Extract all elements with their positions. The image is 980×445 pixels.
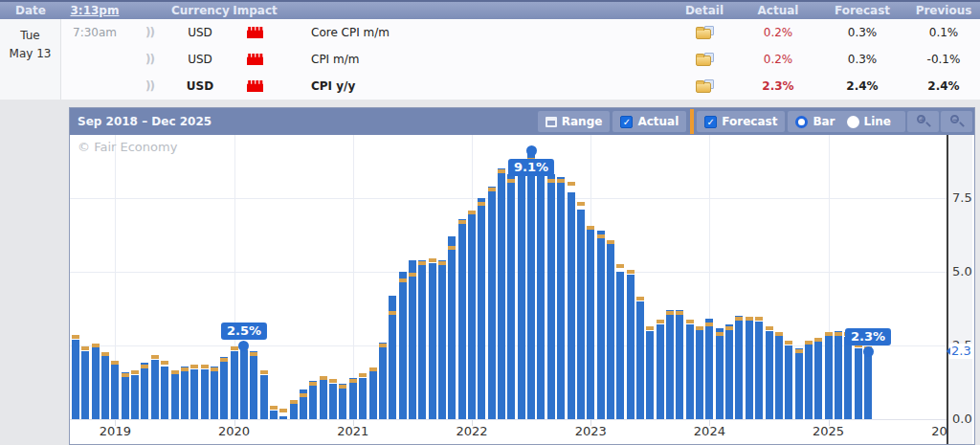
event-currency: USD: [171, 53, 229, 66]
y-axis-tick-label: 5.0: [952, 264, 972, 279]
detail-folder-icon[interactable]: [696, 53, 714, 66]
x-axis-year-label: 2022: [451, 424, 493, 438]
calendar-table: Date 3:13pm Currency Impact Detail Actua…: [0, 0, 980, 100]
column-header-actual: Actual: [739, 4, 817, 17]
annotation-dot: [863, 346, 874, 357]
orange-divider: [690, 109, 694, 134]
chart-expander-icon[interactable]: )): [128, 79, 171, 93]
calendar-icon: [546, 117, 557, 127]
event-title[interactable]: CPI y/y: [281, 79, 670, 93]
line-radio[interactable]: [847, 116, 859, 128]
magnifier-minus-icon: −: [950, 115, 959, 123]
actual-value: 2.3%: [739, 79, 817, 93]
event-title[interactable]: CPI m/m: [281, 53, 670, 66]
table-row-selected[interactable]: )) USD CPI y/y 2.3% 2.4% 2.4%: [61, 73, 980, 100]
x-axis-year-label: 2026: [926, 424, 947, 438]
impact-cell: [229, 54, 281, 65]
detail-cell: [670, 53, 739, 66]
chart-plot-area: © Fair Economy 2.5%9.1%2.3% 201920202021…: [70, 135, 974, 444]
impact-cell: [229, 80, 281, 92]
date-day: May 13: [0, 45, 60, 63]
range-button[interactable]: Range: [538, 111, 611, 132]
detail-folder-icon[interactable]: [696, 79, 714, 93]
y-axis-tick-label: 0.0: [952, 412, 972, 427]
column-header-currency: Currency: [171, 4, 229, 17]
cpi-chart-panel: Sep 2018 – Dec 2025 Range ✓ Actual ✓ For…: [69, 107, 975, 445]
x-axis-year-label: 2023: [569, 424, 612, 438]
column-header-previous: Previous: [907, 4, 980, 17]
high-impact-icon: [247, 80, 263, 92]
column-header-forecast: Forecast: [817, 4, 907, 17]
checkbox-checked-icon: ✓: [704, 116, 717, 128]
x-axis-year-label: 2019: [94, 424, 136, 438]
actual-value: 0.2%: [739, 26, 817, 39]
checkbox-checked-icon: ✓: [620, 116, 633, 128]
forecast-value: 2.4%: [817, 79, 907, 93]
impact-cell: [229, 27, 281, 38]
table-row[interactable]: )) USD CPI m/m 0.2% 0.3% -0.1%: [61, 46, 980, 73]
magnifier-plus-icon: +: [917, 115, 925, 123]
y-axis: 0.02.55.07.52.3: [947, 135, 972, 444]
annotation-label: 9.1%: [508, 159, 554, 176]
x-axis-year-label: 2024: [688, 424, 730, 438]
previous-value: 0.1%: [907, 26, 980, 39]
zoom-out-button[interactable]: −: [941, 111, 972, 132]
chart-date-range-title: Sep 2018 – Dec 2025: [78, 115, 535, 128]
line-radio-label[interactable]: Line: [864, 115, 891, 128]
detail-folder-icon[interactable]: [696, 26, 714, 39]
y-axis-tick-label: 7.5: [952, 190, 972, 206]
bar-radio[interactable]: [795, 116, 808, 128]
zoom-in-button[interactable]: +: [907, 111, 939, 132]
x-axis-year-label: 2021: [332, 424, 374, 438]
detail-cell: [670, 26, 739, 39]
chart-titlebar: Sep 2018 – Dec 2025 Range ✓ Actual ✓ For…: [70, 108, 974, 135]
annotation-dot: [526, 145, 537, 156]
chart-annotations: 2.5%9.1%2.3%: [70, 135, 947, 419]
forecast-value: 0.3%: [817, 26, 907, 39]
date-cell: Tue May 13: [0, 19, 61, 100]
detail-cell: [670, 79, 739, 93]
date-weekday: Tue: [0, 27, 60, 45]
event-currency: USD: [171, 26, 229, 39]
chart-expander-icon[interactable]: )): [128, 53, 171, 66]
actual-checkbox[interactable]: ✓ Actual: [612, 111, 686, 132]
column-header-impact: Impact: [229, 4, 281, 17]
event-title[interactable]: Core CPI m/m: [281, 26, 670, 39]
actual-value: 0.2%: [739, 53, 817, 66]
x-axis-labels: 20192020202120222023202420252026: [70, 424, 947, 441]
previous-value: 2.4%: [907, 79, 980, 93]
forecast-value: 0.3%: [817, 53, 907, 66]
event-currency: USD: [171, 79, 229, 93]
bar-radio-label[interactable]: Bar: [813, 115, 835, 128]
previous-value: -0.1%: [907, 53, 980, 66]
forecast-checkbox[interactable]: ✓ Forecast: [697, 111, 785, 132]
high-impact-icon: [247, 54, 263, 65]
annotation-dot: [238, 341, 249, 351]
annotation-label: 2.3%: [845, 328, 891, 345]
x-axis-year-label: 2020: [213, 424, 256, 438]
current-value-tag: 2.3: [948, 344, 974, 359]
event-time: 7:30am: [61, 26, 128, 39]
chart-expander-icon[interactable]: )): [128, 26, 171, 39]
calendar-header-row: Date 3:13pm Currency Impact Detail Actua…: [0, 0, 980, 19]
table-row[interactable]: 7:30am )) USD Core CPI m/m 0.2% 0.3% 0.1…: [61, 19, 980, 46]
annotation-label: 2.5%: [221, 323, 267, 340]
x-axis-year-label: 2025: [808, 424, 850, 438]
column-header-date: Date: [0, 4, 61, 17]
high-impact-icon: [247, 27, 263, 38]
current-time-link[interactable]: 3:13pm: [61, 4, 128, 17]
column-header-detail: Detail: [670, 4, 739, 17]
bar-line-toggle: Bar Line: [788, 111, 905, 132]
